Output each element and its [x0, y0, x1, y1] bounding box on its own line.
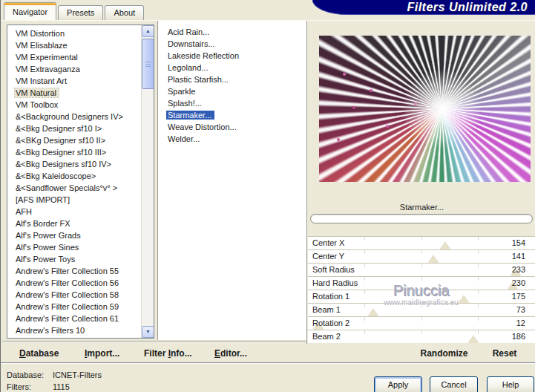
slider-handle-icon[interactable] — [428, 255, 439, 263]
slider-handle-icon[interactable] — [468, 336, 479, 343]
parameter-slider[interactable]: Center X 154 — [308, 236, 535, 249]
filter-list-item[interactable]: Sparkle — [158, 85, 306, 97]
filter-list-item[interactable]: Acid Rain... — [158, 26, 306, 38]
category-list-item-label: &<Bkg Designer sf10 III> — [15, 148, 108, 157]
editor-button[interactable]: Editor... — [214, 348, 247, 359]
category-list-item[interactable]: VM Distortion — [7, 27, 140, 39]
category-list-item[interactable]: VM Extravaganza — [7, 63, 140, 75]
category-list-item-label: &<Background Designers IV> — [15, 112, 125, 121]
category-list-item[interactable]: &<Bkg Kaleidoscope> — [7, 170, 140, 182]
category-list-item-label: VM Extravaganza — [15, 65, 82, 74]
filter-list-item-label: Plastic Starfish... — [166, 75, 232, 84]
parameter-slider[interactable]: Rotation 2 12 — [308, 316, 535, 330]
tab[interactable]: Navigator — [4, 2, 56, 20]
category-list-item[interactable]: Andrew's Filter Collection 56 — [7, 277, 140, 289]
category-list-item-label: Alf's Border FX — [15, 219, 73, 228]
slider-label: Soft Radius — [312, 265, 355, 274]
slider-label: Hard Radius — [312, 278, 358, 287]
category-list-item[interactable]: Alf's Border FX — [7, 218, 140, 229]
category-list-item-label: VM Toolbox — [15, 100, 60, 109]
toolbar-divider — [2, 341, 306, 342]
scroll-up-icon[interactable]: ▲ — [142, 25, 154, 37]
import-button[interactable]: Import... — [85, 348, 119, 359]
tab-label: About — [114, 8, 135, 17]
category-list-item-label: Alf's Power Grads — [15, 231, 83, 240]
filter-list-item[interactable]: Splash!... — [158, 97, 306, 109]
slider-label: Center X — [312, 238, 344, 247]
category-list-item[interactable]: [AFS IMPORT] — [7, 194, 140, 206]
category-list-item[interactable]: &<Sandflower Specials°v° > — [7, 182, 140, 194]
category-list-item[interactable]: Alf's Power Toys — [7, 253, 140, 265]
filter-list-item-label: Splash!... — [166, 99, 205, 108]
parameter-slider[interactable]: Beam 1 73 — [308, 303, 535, 316]
filter-list-item[interactable]: Starmaker... — [158, 109, 306, 121]
category-scrollbar[interactable]: ▲ ▼ — [141, 25, 154, 338]
filter-list-item[interactable]: Plastic Starfish... — [158, 74, 306, 85]
help-button[interactable]: Help — [487, 376, 534, 392]
apply-button[interactable]: Apply — [374, 376, 422, 392]
category-list-item[interactable]: VM Instant Art — [7, 75, 140, 87]
filter-list-item-label: Acid Rain... — [166, 27, 212, 36]
category-list-item[interactable]: &<Bkg Designer sf10 III> — [7, 146, 140, 158]
category-list-item[interactable]: VM Experimental — [7, 51, 140, 63]
category-list-item[interactable]: &<BKg Designer sf10 II> — [7, 134, 140, 146]
filter-list-item[interactable]: Weave Distortion... — [158, 121, 306, 133]
category-list-item[interactable]: Andrew's Filters 12 — [7, 336, 140, 339]
randomize-button[interactable]: Randomize — [405, 348, 483, 359]
parameter-slider[interactable]: Soft Radius 233 — [308, 263, 535, 276]
slider-handle-icon[interactable] — [459, 295, 469, 303]
category-list-item[interactable]: Andrew's Filter Collection 61 — [7, 313, 140, 324]
category-list-item-label: Andrew's Filter Collection 59 — [15, 302, 121, 311]
slider-label: Rotation 1 — [312, 292, 349, 301]
tab-bar: Navigator Presets About — [4, 2, 144, 20]
filter-list-item[interactable]: Legoland... — [158, 62, 306, 74]
category-list-item[interactable]: Andrew's Filter Collection 58 — [7, 289, 140, 301]
scroll-down-icon[interactable]: ▼ — [142, 326, 154, 338]
reset-button[interactable]: Reset — [482, 348, 528, 359]
category-listbox: VM Distortion VM Elisablaze VM Experimen… — [7, 24, 154, 339]
category-list-item-label: VM Elisablaze — [15, 41, 70, 50]
filter-list-item[interactable]: Downstairs... — [158, 38, 306, 50]
category-list-item[interactable]: &<Bkg Designer sf10 I> — [7, 122, 140, 134]
slider-handle-icon[interactable] — [440, 242, 450, 249]
category-list-item-label: Alf's Power Toys — [15, 255, 77, 264]
tab[interactable]: Presets — [58, 5, 103, 20]
progress-bar — [310, 214, 533, 223]
category-list-item-label: Andrew's Filter Collection 61 — [15, 314, 121, 323]
filters-count-value: 1115 — [53, 382, 70, 391]
filter-list-item[interactable]: Lakeside Reflection — [158, 50, 306, 62]
sparkle-dots — [343, 73, 346, 76]
category-list-item[interactable]: &<Background Designers IV> — [7, 111, 140, 122]
status-bar: Database:ICNET-Filters Filters:1115 Appl… — [1, 364, 535, 392]
category-list-item[interactable]: Andrew's Filter Collection 55 — [7, 265, 140, 277]
category-list-item[interactable]: Alf's Power Sines — [7, 241, 140, 253]
cancel-button[interactable]: Cancel — [430, 376, 478, 392]
category-list-item-label: &<Bkg Kaleidoscope> — [15, 172, 98, 180]
database-button[interactable]: Database — [19, 348, 59, 359]
slider-handle-icon[interactable] — [368, 309, 378, 316]
filter-list-item[interactable]: Welder... — [158, 133, 306, 145]
category-list-item-label: VM Experimental — [15, 53, 80, 62]
parameter-slider[interactable]: Center Y 141 — [308, 249, 535, 263]
tab[interactable]: About — [105, 5, 144, 20]
slider-label: Beam 1 — [312, 305, 341, 314]
parameter-slider[interactable]: Hard Radius 230 — [308, 276, 535, 290]
slider-value: 233 — [512, 265, 525, 274]
filter-info-button[interactable]: Filter Info... — [144, 348, 192, 359]
parameter-slider[interactable]: Rotation 1 175 — [308, 290, 535, 303]
category-list-item[interactable]: Alf's Power Grads — [7, 229, 140, 241]
category-list-item[interactable]: VM Natural — [7, 87, 140, 99]
filter-list-item-label: Downstairs... — [166, 39, 218, 48]
category-list-item[interactable]: AFH — [7, 206, 140, 218]
preview-image[interactable] — [319, 36, 531, 182]
category-list-item[interactable]: VM Toolbox — [7, 99, 140, 111]
category-list-item-label: Andrew's Filter Collection 58 — [15, 290, 121, 299]
category-list-item[interactable]: VM Elisablaze — [7, 39, 140, 51]
category-list-item[interactable]: Andrew's Filters 10 — [7, 324, 140, 336]
category-list-item[interactable]: Andrew's Filter Collection 59 — [7, 301, 140, 313]
scrollbar-thumb[interactable] — [142, 39, 154, 89]
filter-list-item-label: Starmaker... — [166, 111, 214, 120]
filters-count-label: Filters: — [7, 382, 53, 391]
category-list-item[interactable]: &<Bkg Designers sf10 IV> — [7, 158, 140, 170]
bottom-toolbar: Database Import... Filter Info... Editor… — [1, 341, 535, 362]
